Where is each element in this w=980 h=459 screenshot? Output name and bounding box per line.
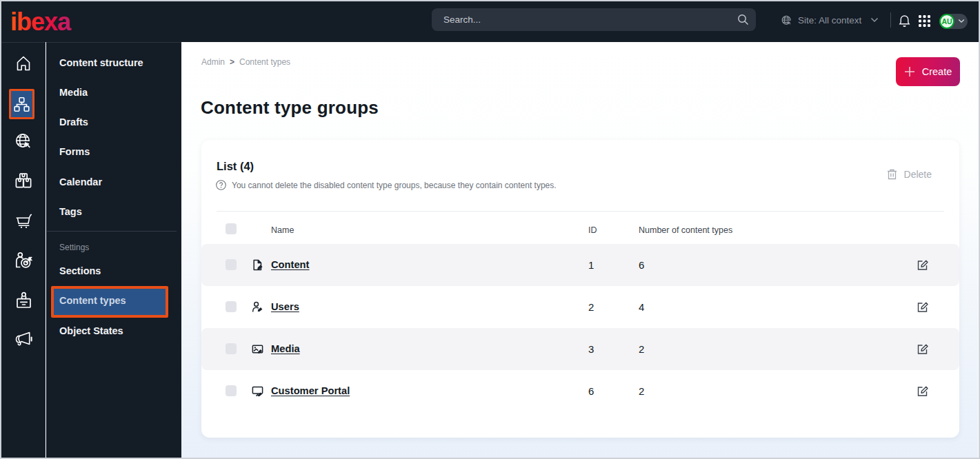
- svg-text:ibexa: ibexa: [10, 8, 72, 36]
